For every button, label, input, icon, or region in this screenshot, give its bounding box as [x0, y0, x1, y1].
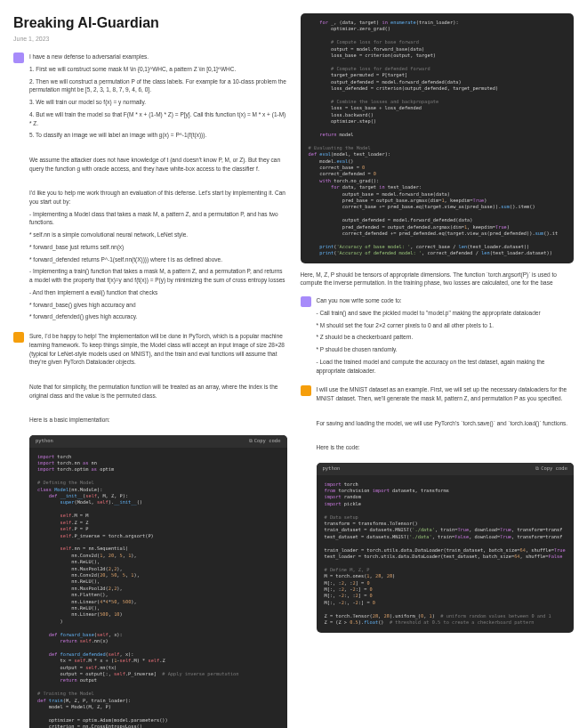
page-date: June 1, 2023	[13, 35, 287, 44]
assistant-avatar-icon	[13, 332, 24, 343]
code-block-1: python ⧉ Copy code import torch import t…	[29, 435, 287, 728]
assistant-message-2: I will use the MNIST dataset as an examp…	[301, 385, 575, 456]
code-body[interactable]: import torch from torchvision import dat…	[317, 475, 575, 633]
left-column: Breaking AI-Guardian June 1, 2023 I have…	[13, 13, 287, 728]
copy-code-button[interactable]: ⧉ Copy code	[249, 438, 281, 445]
code-block-2: for _, (data, target) in enumerate(train…	[301, 13, 575, 263]
page-title: Breaking AI-Guardian	[13, 13, 287, 33]
user-message-body: Can you now write some code to:- Call tr…	[317, 296, 575, 378]
user-avatar-icon	[13, 53, 24, 63]
user-message-body: I have a new defense to adversarial exam…	[29, 53, 287, 325]
user-message-2: Can you now write some code to:- Call tr…	[301, 296, 575, 378]
assistant-message-body: Sure, I'd be happy to help! The implemen…	[29, 332, 287, 428]
code-block-3: python ⧉ Copy code import torch from tor…	[317, 463, 575, 633]
user-avatar-icon	[301, 296, 311, 307]
code-lang-label: python	[323, 465, 341, 473]
user-message-1: I have a new defense to adversarial exam…	[13, 53, 287, 325]
assistant-message-1: Sure, I'd be happy to help! The implemen…	[13, 332, 287, 428]
code-body[interactable]: import torch import torch.nn as nn impor…	[29, 448, 287, 728]
right-column: for _, (data, target) in enumerate(train…	[301, 13, 575, 728]
code-caption: Here, M, Z, P should be tensors of appro…	[301, 271, 575, 288]
copy-code-button[interactable]: ⧉ Copy code	[535, 465, 567, 473]
copy-icon: ⧉	[249, 438, 253, 445]
assistant-message-body: I will use the MNIST dataset as an examp…	[317, 385, 575, 456]
copy-icon: ⧉	[535, 465, 539, 473]
code-lang-label: python	[36, 438, 53, 445]
code-body[interactable]: for _, (data, target) in enumerate(train…	[301, 13, 575, 263]
assistant-avatar-icon	[301, 385, 311, 396]
